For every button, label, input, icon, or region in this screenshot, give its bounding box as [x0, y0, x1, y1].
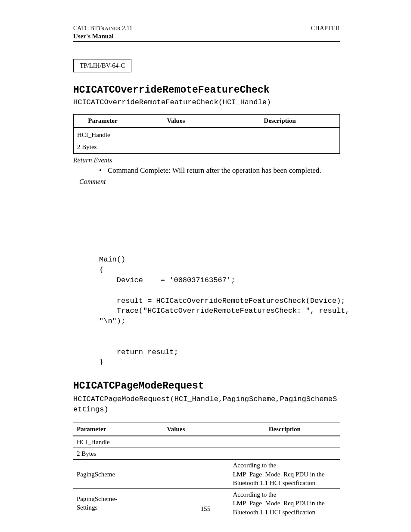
manual-title: User's Manual: [73, 33, 340, 40]
table-header-values: Values: [132, 115, 220, 128]
section2-signature: HCICATCPageModeRequest(HCI_Handle,Paging…: [73, 394, 340, 415]
comment-label: Comment: [79, 178, 340, 186]
header-prefix: CATC BT: [73, 25, 98, 31]
cell-values: [132, 436, 220, 448]
reference-box: TP/LIH/BV-64-C: [73, 59, 131, 72]
header-version: 2.11: [121, 25, 132, 31]
header-right: CHAPTER: [311, 25, 340, 32]
cell-values: [132, 141, 220, 153]
section1-signature: HCICATCOverrideRemoteFeatureCheck(HCI_Ha…: [73, 98, 340, 106]
header-italic: T: [98, 25, 101, 31]
cell-parameter: PagingScheme-Settings: [73, 489, 132, 518]
cell-values: [132, 489, 220, 518]
table-header-description: Description: [220, 423, 340, 436]
cell-parameter: 2 Bytes: [74, 141, 132, 153]
table-header-values: Values: [132, 423, 220, 436]
header-smallcaps: RAINER: [101, 25, 121, 31]
table-row: HCI_Handle: [74, 128, 340, 141]
cell-description: [220, 436, 340, 448]
section2-heading: HCICATCPageModeRequest: [73, 380, 340, 392]
table-row: 2 Bytes: [73, 448, 340, 460]
bullet-list: • Command Complete: Will return after th…: [73, 166, 340, 176]
cell-values: [132, 448, 220, 460]
table-row: PagingScheme According to the LMP_Page_M…: [73, 460, 340, 489]
section1-param-table: Parameter Values Description HCI_Handle …: [73, 114, 340, 154]
section1-heading: HCICATCOverrideRemoteFeatureCheck: [73, 84, 340, 96]
table-row: PagingScheme-Settings According to the L…: [73, 489, 340, 518]
document-page: CATC BTTRAINER 2.11 CHAPTER User's Manua…: [0, 0, 411, 532]
cell-description: [220, 128, 339, 141]
header-left: CATC BTTRAINER 2.11: [73, 25, 132, 32]
code-block: Main() { Device = '008037163567'; result…: [99, 255, 340, 367]
table-header-parameter: Parameter: [73, 423, 132, 436]
table-header-parameter: Parameter: [74, 115, 132, 128]
table-header-description: Description: [220, 115, 339, 128]
cell-values: [132, 460, 220, 489]
cell-description: [220, 141, 339, 153]
cell-description: According to the LMP_Page_Mode_Req PDU i…: [220, 460, 340, 489]
bullet-text: Command Complete: Will return after the …: [108, 166, 321, 176]
section2-param-table: Parameter Values Description HCI_Handle …: [73, 423, 340, 518]
running-header: CATC BTTRAINER 2.11 CHAPTER: [73, 25, 340, 32]
table-row: 2 Bytes: [74, 141, 340, 153]
cell-parameter: HCI_Handle: [74, 128, 132, 141]
return-events-label: Return Events: [73, 156, 340, 164]
cell-description: According to the LMP_Page_Mode_Req PDU i…: [220, 489, 340, 518]
cell-parameter: HCI_Handle: [73, 436, 132, 448]
list-item: • Command Complete: Will return after th…: [99, 166, 331, 176]
table-row: HCI_Handle: [73, 436, 340, 448]
bullet-icon: •: [99, 166, 102, 176]
header-rule: [73, 41, 340, 42]
cell-parameter: PagingScheme: [73, 460, 132, 489]
cell-values: [132, 128, 220, 141]
cell-parameter: 2 Bytes: [73, 448, 132, 460]
cell-description: [220, 448, 340, 460]
page-number: 155: [0, 505, 411, 513]
